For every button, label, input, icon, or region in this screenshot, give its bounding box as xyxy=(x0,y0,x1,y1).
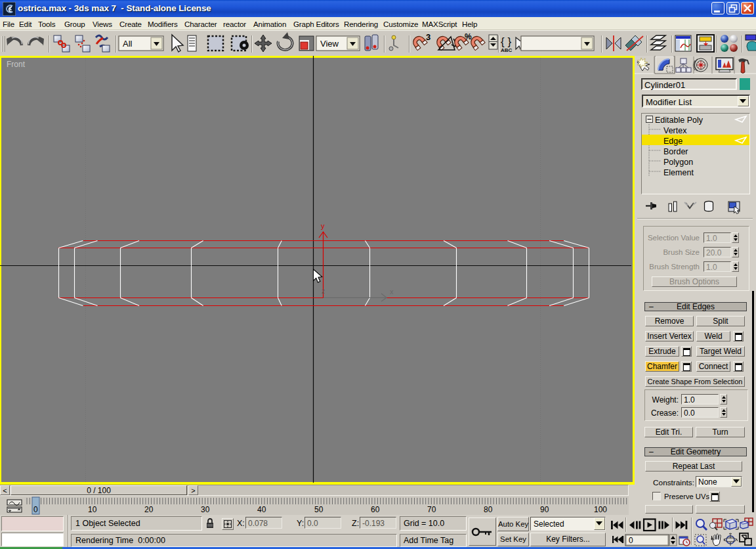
svg-text:50: 50 xyxy=(314,505,324,514)
svg-text:y: y xyxy=(321,222,325,230)
svg-text:30: 30 xyxy=(201,505,210,514)
svg-text:%: % xyxy=(465,32,472,41)
svg-text:ABC: ABC xyxy=(501,47,513,53)
svg-text:40: 40 xyxy=(257,505,266,514)
svg-text:0: 0 xyxy=(629,536,633,545)
svg-text:100: 100 xyxy=(594,505,607,514)
svg-text:80: 80 xyxy=(484,505,493,514)
svg-text:70: 70 xyxy=(427,505,436,514)
svg-text:x: x xyxy=(390,288,394,296)
svg-text:All: All xyxy=(123,39,133,49)
svg-text:z: z xyxy=(322,288,325,295)
svg-text:90: 90 xyxy=(540,505,549,514)
svg-text:View: View xyxy=(320,39,339,49)
svg-text:0: 0 xyxy=(33,505,38,514)
svg-text:20: 20 xyxy=(144,505,154,514)
svg-text:3: 3 xyxy=(426,32,430,42)
svg-text:{ }: { } xyxy=(501,35,511,48)
svg-text:10: 10 xyxy=(88,505,97,514)
svg-text:60: 60 xyxy=(371,505,380,514)
